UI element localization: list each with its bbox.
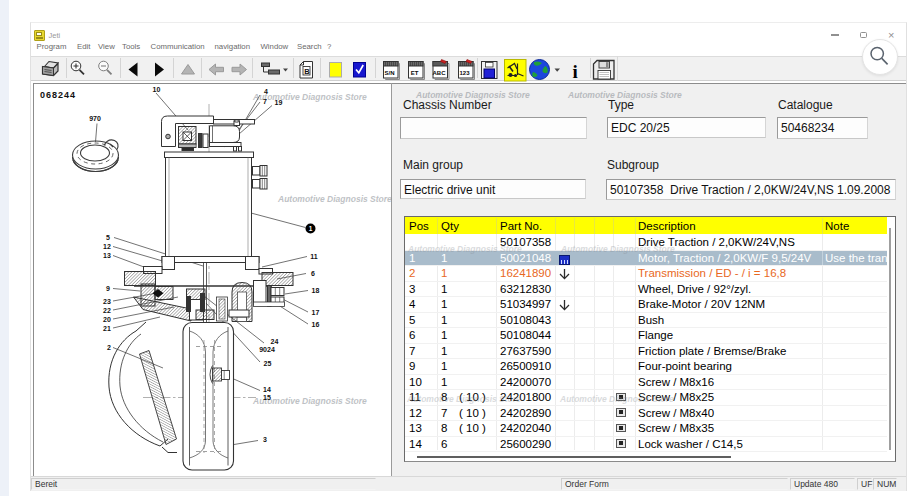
svg-text:068244: 068244	[40, 90, 76, 100]
svg-text:123: 123	[459, 70, 470, 76]
svg-text:5: 5	[106, 234, 110, 241]
svg-text:2: 2	[107, 344, 111, 351]
svg-text:12: 12	[103, 243, 111, 250]
svg-text:ABC: ABC	[433, 70, 447, 76]
svg-text:3: 3	[263, 436, 267, 443]
svg-text:9: 9	[106, 285, 110, 292]
svg-text:17: 17	[312, 309, 320, 316]
svg-text:11: 11	[310, 253, 318, 260]
svg-text:13: 13	[103, 252, 111, 259]
svg-text:24: 24	[271, 338, 279, 345]
svg-text:i: i	[573, 61, 578, 82]
svg-text:18: 18	[312, 287, 320, 294]
svg-text:16: 16	[312, 321, 320, 328]
svg-text:10: 10	[153, 86, 161, 93]
svg-text:6: 6	[311, 270, 315, 277]
svg-text:20: 20	[103, 316, 111, 323]
svg-text:B: B	[304, 67, 310, 76]
svg-text:21: 21	[103, 325, 111, 332]
svg-text:23: 23	[103, 298, 111, 305]
svg-text:25: 25	[264, 360, 272, 367]
svg-text:7: 7	[263, 98, 267, 105]
svg-text:9024: 9024	[259, 346, 275, 353]
svg-text:970: 970	[89, 115, 101, 122]
svg-text:S/N: S/N	[384, 70, 394, 76]
svg-text:1: 1	[309, 225, 313, 232]
svg-text:15: 15	[263, 394, 271, 401]
svg-text:ET: ET	[411, 70, 419, 76]
svg-text:19: 19	[275, 99, 283, 106]
svg-text:14: 14	[263, 386, 271, 393]
svg-text:22: 22	[103, 307, 111, 314]
svg-text:4: 4	[264, 88, 268, 95]
